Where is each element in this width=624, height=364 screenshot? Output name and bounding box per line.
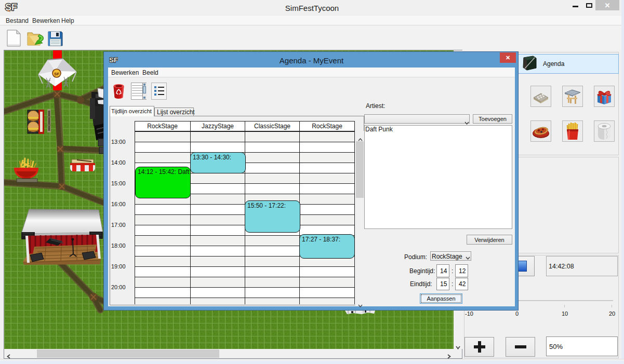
svg-text:SF: SF [54, 72, 59, 76]
